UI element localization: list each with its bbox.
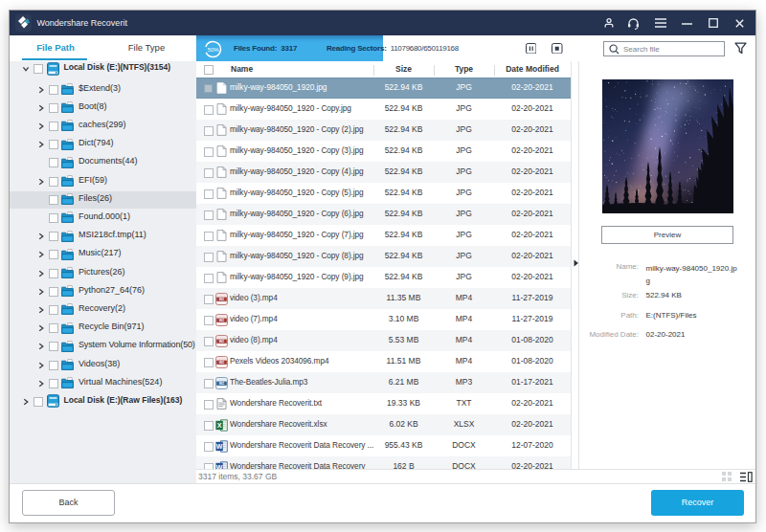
svg-text:WZ: WZ bbox=[219, 319, 225, 322]
svg-text:50%: 50% bbox=[207, 46, 218, 52]
svg-text:WZ: WZ bbox=[219, 298, 225, 301]
svg-text:X: X bbox=[217, 421, 222, 430]
svg-text:W: W bbox=[216, 443, 223, 450]
svg-text:WZ: WZ bbox=[219, 361, 225, 365]
svg-text:WZ: WZ bbox=[219, 340, 225, 344]
svg-text:WZ: WZ bbox=[219, 382, 225, 386]
